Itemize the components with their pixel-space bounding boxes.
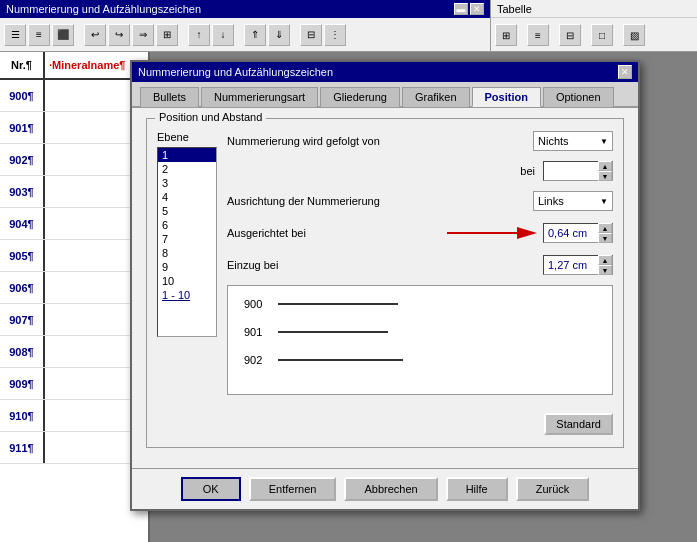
table-row: 908¶ xyxy=(0,336,148,368)
down-icon[interactable]: ↓ xyxy=(212,24,234,46)
ebene-item-8[interactable]: 8 xyxy=(158,246,216,260)
tab-optionen[interactable]: Optionen xyxy=(543,87,614,107)
bei-spinbox[interactable]: ▲ ▼ xyxy=(543,161,613,181)
ausgerichtet-spinbox-btns: ▲ ▼ xyxy=(598,223,612,243)
ebene-range-item[interactable]: 1 - 10 xyxy=(158,288,216,302)
einzug-label: Einzug bei xyxy=(227,259,543,271)
preview-line-3: 902 xyxy=(244,354,596,366)
einzug-spinbox-btns: ▲ ▼ xyxy=(598,255,612,275)
bei-spinbox-btns: ▲ ▼ xyxy=(598,161,612,181)
table-grid-icon[interactable]: ⊞ xyxy=(495,24,517,46)
bei-spin-up[interactable]: ▲ xyxy=(598,161,612,171)
main-dialog: Nummerierung und Aufzählungszeichen ✕ Bu… xyxy=(130,60,640,511)
table-row: 902¶ xyxy=(0,144,148,176)
list-icon-1[interactable]: ☰ xyxy=(4,24,26,46)
toolbar-minimize-btn[interactable]: ▬ xyxy=(454,3,468,15)
dialog-titlebar: Nummerierung und Aufzählungszeichen ✕ xyxy=(132,62,638,82)
ebene-item-2[interactable]: 2 xyxy=(158,162,216,176)
table-row: 911¶ xyxy=(0,432,148,464)
nummerierung-folgt-control: Nichts ▼ xyxy=(533,131,613,151)
bei-label: bei xyxy=(520,165,535,177)
arrow-icon[interactable]: ⇒ xyxy=(132,24,154,46)
zuruck-button[interactable]: Zurück xyxy=(516,477,590,501)
up2-icon[interactable]: ⇑ xyxy=(244,24,266,46)
preview-line-1: 900 xyxy=(244,298,596,310)
col-nr-header: Nr.¶ xyxy=(0,52,45,78)
ausgerichtet-spin-down[interactable]: ▼ xyxy=(598,233,612,243)
table-col-icon[interactable]: ⊟ xyxy=(559,24,581,46)
bei-spin-down[interactable]: ▼ xyxy=(598,171,612,181)
table-icon[interactable]: ⊟ xyxy=(300,24,322,46)
ebene-item-1[interactable]: 1 xyxy=(158,148,216,162)
doc-header: Nr.¶ ·Mineralname¶ xyxy=(0,52,148,80)
ausgerichtet-row: Ausgerichtet bei 0,64 cm xyxy=(227,221,613,245)
table-row: 907¶ xyxy=(0,304,148,336)
ebene-item-5[interactable]: 5 xyxy=(158,204,216,218)
ebene-item-3[interactable]: 3 xyxy=(158,176,216,190)
preview-bar-3 xyxy=(278,359,403,361)
dialog-content: Position und Abstand Ebene 1 2 3 4 5 6 7… xyxy=(132,108,638,468)
align-icon[interactable]: ⬛ xyxy=(52,24,74,46)
tab-bullets[interactable]: Bullets xyxy=(140,87,199,107)
ebene-list[interactable]: 1 2 3 4 5 6 7 8 9 10 1 - 10 xyxy=(157,147,217,337)
ebene-section: Ebene 1 2 3 4 5 6 7 8 9 10 1 - 10 xyxy=(157,131,217,439)
bei-row: bei ▲ ▼ xyxy=(227,161,613,181)
tab-nummerierungsart[interactable]: Nummerierungsart xyxy=(201,87,318,107)
einzug-spinbox[interactable]: 1,27 cm ▲ ▼ xyxy=(543,255,613,275)
nummerierung-folgt-dropdown[interactable]: Nichts ▼ xyxy=(533,131,613,151)
dialog-close-btn[interactable]: ✕ xyxy=(618,65,632,79)
ausgerichtet-spinbox[interactable]: 0,64 cm ▲ ▼ xyxy=(543,223,613,243)
ebene-item-7[interactable]: 7 xyxy=(158,232,216,246)
preview-num-2: 901 xyxy=(244,326,272,338)
ebene-item-9[interactable]: 9 xyxy=(158,260,216,274)
settings-area: Nummerierung wird gefolgt von Nichts ▼ b… xyxy=(227,131,613,439)
tabelle-icon-row: ⊞ ≡ ⊟ □ ▨ xyxy=(491,18,697,52)
table-row: 901¶ xyxy=(0,112,148,144)
ok-button[interactable]: OK xyxy=(181,477,241,501)
numbered-icon[interactable]: ⋮ xyxy=(324,24,346,46)
standard-button[interactable]: Standard xyxy=(544,413,613,435)
entfernen-button[interactable]: Entfernen xyxy=(249,477,337,501)
toolbar-title-label: Nummerierung und Aufzählungszeichen xyxy=(6,3,201,15)
ausrichtung-dropdown[interactable]: Links ▼ xyxy=(533,191,613,211)
tab-position[interactable]: Position xyxy=(472,87,541,107)
einzug-row: Einzug bei 1,27 cm ▲ ▼ xyxy=(227,255,613,275)
einzug-spin-up[interactable]: ▲ xyxy=(598,255,612,265)
tab-grafiken[interactable]: Grafiken xyxy=(402,87,470,107)
table-row: 904¶ xyxy=(0,208,148,240)
format-icon[interactable]: ⊞ xyxy=(156,24,178,46)
toolbar-icon-row: ☰ ≡ ⬛ ↩ ↪ ⇒ ⊞ ↑ ↓ ⇑ ⇓ ⊟ ⋮ xyxy=(0,18,490,51)
einzug-spin-down[interactable]: ▼ xyxy=(598,265,612,275)
table-row: 905¶ xyxy=(0,240,148,272)
ebene-item-6[interactable]: 6 xyxy=(158,218,216,232)
ebene-item-4[interactable]: 4 xyxy=(158,190,216,204)
table-row: 903¶ xyxy=(0,176,148,208)
list-icon-2[interactable]: ≡ xyxy=(28,24,50,46)
dialog-footer: OK Entfernen Abbrechen Hilfe Zurück xyxy=(132,468,638,509)
nummerierung-folgt-row: Nummerierung wird gefolgt von Nichts ▼ xyxy=(227,131,613,151)
up-icon[interactable]: ↑ xyxy=(188,24,210,46)
tab-gliederung[interactable]: Gliederung xyxy=(320,87,400,107)
table-shade-icon[interactable]: ▨ xyxy=(623,24,645,46)
preview-num-1: 900 xyxy=(244,298,272,310)
table-lines-icon[interactable]: ≡ xyxy=(527,24,549,46)
red-arrow-icon xyxy=(447,221,537,245)
table-row: 900¶ xyxy=(0,80,148,112)
ebene-label: Ebene xyxy=(157,131,217,143)
tabelle-label: Tabelle xyxy=(491,0,697,18)
group-inner: Ebene 1 2 3 4 5 6 7 8 9 10 1 - 10 xyxy=(157,131,613,439)
table-border-icon[interactable]: □ xyxy=(591,24,613,46)
ausgerichtet-spin-up[interactable]: ▲ xyxy=(598,223,612,233)
abbrechen-button[interactable]: Abbrechen xyxy=(344,477,437,501)
ebene-item-10[interactable]: 10 xyxy=(158,274,216,288)
redo-icon[interactable]: ↪ xyxy=(108,24,130,46)
table-row: 909¶ xyxy=(0,368,148,400)
einzug-value: 1,27 cm xyxy=(544,259,598,271)
undo-icon[interactable]: ↩ xyxy=(84,24,106,46)
toolbar-close-btn[interactable]: ✕ xyxy=(470,3,484,15)
hilfe-button[interactable]: Hilfe xyxy=(446,477,508,501)
down2-icon[interactable]: ⇓ xyxy=(268,24,290,46)
preview-bar-1 xyxy=(278,303,398,305)
nummerierung-folgt-label: Nummerierung wird gefolgt von xyxy=(227,135,533,147)
tabelle-panel: Tabelle ⊞ ≡ ⊟ □ ▨ xyxy=(490,0,697,52)
